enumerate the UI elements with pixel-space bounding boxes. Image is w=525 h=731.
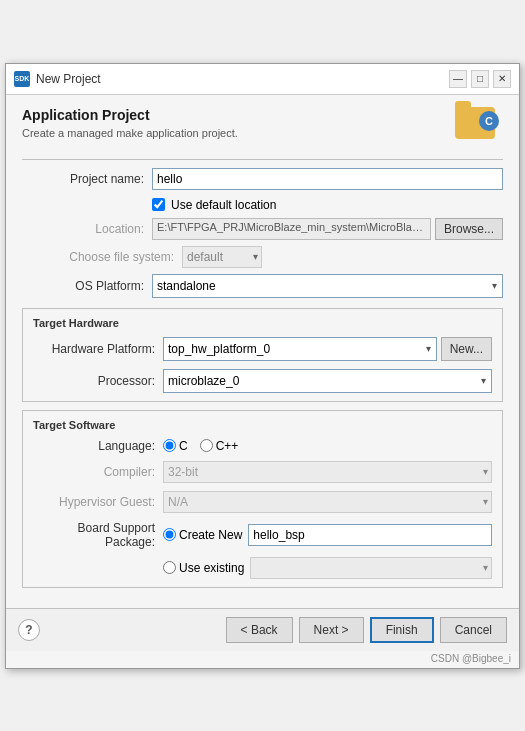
dialog-title: New Project [36, 72, 101, 86]
header-icon: C [455, 107, 503, 147]
divider-top [22, 159, 503, 160]
compiler-row: Compiler: 32-bit ▾ [33, 461, 492, 483]
target-hardware-section: Target Hardware Hardware Platform: top_h… [22, 308, 503, 402]
os-platform-row: OS Platform: standalone ▾ [22, 274, 503, 298]
bottom-bar: ? < Back Next > Finish Cancel [6, 608, 519, 651]
use-existing-option[interactable]: Use existing [163, 561, 244, 575]
new-project-dialog: SDK New Project — □ ✕ Application Projec… [5, 63, 520, 669]
use-existing-select-wrapper: ▾ [250, 557, 492, 579]
processor-select[interactable]: microblaze_0 [163, 369, 492, 393]
use-default-location-row: Use default location [152, 198, 503, 212]
hypervisor-label: Hypervisor Guest: [33, 495, 163, 509]
back-button[interactable]: < Back [226, 617, 293, 643]
processor-label: Processor: [33, 374, 163, 388]
location-row: Location: E:\FT\FPGA_PRJ\MicroBlaze_min_… [22, 218, 503, 240]
c-badge: C [479, 111, 499, 131]
os-platform-select[interactable]: standalone [152, 274, 503, 298]
use-existing-select[interactable] [250, 557, 492, 579]
project-name-row: Project name: hello [22, 168, 503, 190]
close-button[interactable]: ✕ [493, 70, 511, 88]
header-section: Application Project Create a managed mak… [22, 107, 503, 147]
hw-platform-select[interactable]: top_hw_platform_0 [163, 337, 437, 361]
use-existing-label: Use existing [179, 561, 244, 575]
language-cpp-radio[interactable] [200, 439, 213, 452]
app-project-subtitle: Create a managed make application projec… [22, 127, 238, 139]
filesystem-row: Choose file system: default ▾ [62, 246, 503, 268]
finish-button[interactable]: Finish [370, 617, 434, 643]
header-text: Application Project Create a managed mak… [22, 107, 238, 139]
browse-button[interactable]: Browse... [435, 218, 503, 240]
window-controls: — □ ✕ [449, 70, 511, 88]
use-existing-radio[interactable] [163, 561, 176, 574]
dialog-content: Application Project Create a managed mak… [6, 95, 519, 608]
hypervisor-select[interactable]: N/A [163, 491, 492, 513]
compiler-select-wrapper: 32-bit ▾ [163, 461, 492, 483]
app-project-title: Application Project [22, 107, 238, 123]
create-new-option[interactable]: Create New [163, 528, 242, 542]
bottom-left: ? [18, 619, 40, 641]
language-c-option[interactable]: C [163, 439, 188, 453]
language-c-radio[interactable] [163, 439, 176, 452]
create-new-label: Create New [179, 528, 242, 542]
filesystem-select[interactable]: default [182, 246, 262, 268]
location-label: Location: [22, 222, 152, 236]
target-hardware-title: Target Hardware [33, 317, 492, 329]
help-button[interactable]: ? [18, 619, 40, 641]
folder-icon: C [455, 107, 495, 139]
hw-platform-row: Hardware Platform: top_hw_platform_0 ▾ N… [33, 337, 492, 361]
compiler-label: Compiler: [33, 465, 163, 479]
filesystem-select-wrapper: default ▾ [182, 246, 262, 268]
hw-platform-select-wrapper: top_hw_platform_0 ▾ [163, 337, 437, 361]
os-platform-label: OS Platform: [22, 279, 152, 293]
language-c-label: C [179, 439, 188, 453]
maximize-button[interactable]: □ [471, 70, 489, 88]
location-value: E:\FT\FPGA_PRJ\MicroBlaze_min_system\Mic… [152, 218, 431, 240]
language-label: Language: [33, 439, 163, 453]
watermark: CSDN @Bigbee_i [6, 651, 519, 668]
use-default-location-checkbox[interactable] [152, 198, 165, 211]
sdk-icon: SDK [14, 71, 30, 87]
os-platform-select-wrapper: standalone ▾ [152, 274, 503, 298]
filesystem-label: Choose file system: [62, 250, 182, 264]
target-software-section: Target Software Language: C C++ Compiler… [22, 410, 503, 588]
bsp-name-input[interactable]: hello_bsp [248, 524, 492, 546]
target-software-title: Target Software [33, 419, 492, 431]
project-name-input[interactable]: hello [152, 168, 503, 190]
processor-select-wrapper: microblaze_0 ▾ [163, 369, 492, 393]
create-new-radio[interactable] [163, 528, 176, 541]
language-row: Language: C C++ [33, 439, 492, 453]
minimize-button[interactable]: — [449, 70, 467, 88]
title-bar-left: SDK New Project [14, 71, 101, 87]
bsp-use-existing-row: Use existing ▾ [33, 557, 492, 579]
title-bar: SDK New Project — □ ✕ [6, 64, 519, 95]
language-cpp-option[interactable]: C++ [200, 439, 239, 453]
project-name-label: Project name: [22, 172, 152, 186]
language-cpp-label: C++ [216, 439, 239, 453]
new-hw-platform-button[interactable]: New... [441, 337, 492, 361]
use-default-location-label[interactable]: Use default location [171, 198, 276, 212]
cancel-button[interactable]: Cancel [440, 617, 507, 643]
compiler-select[interactable]: 32-bit [163, 461, 492, 483]
project-name-control: hello [152, 168, 503, 190]
processor-row: Processor: microblaze_0 ▾ [33, 369, 492, 393]
hypervisor-row: Hypervisor Guest: N/A ▾ [33, 491, 492, 513]
hypervisor-select-wrapper: N/A ▾ [163, 491, 492, 513]
bottom-right: < Back Next > Finish Cancel [226, 617, 507, 643]
bsp-label: Board Support Package: [33, 521, 163, 549]
bsp-create-new-row: Board Support Package: Create New hello_… [33, 521, 492, 549]
hw-platform-label: Hardware Platform: [33, 342, 163, 356]
next-button[interactable]: Next > [299, 617, 364, 643]
